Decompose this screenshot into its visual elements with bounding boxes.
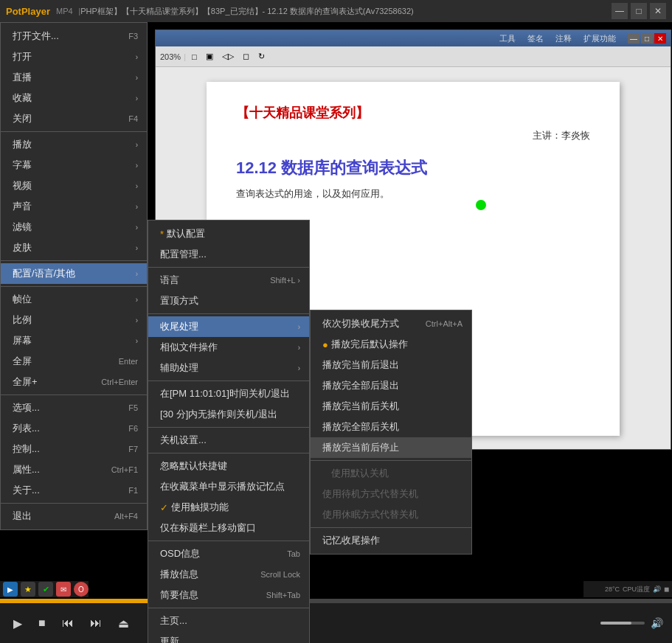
taskbar-icon-3[interactable]: ✔ <box>38 582 53 597</box>
toolbar-btn-5[interactable]: ↻ <box>255 51 268 62</box>
menu-remember-postplay[interactable]: 记忆收尾操作 <box>311 530 471 551</box>
play-button[interactable]: ▶ <box>9 615 27 632</box>
menu-cycle-postplay[interactable]: 依次切换收尾方式 Ctrl+Alt+A <box>311 313 471 334</box>
menu-filter[interactable]: 滤镜 › <box>1 217 147 237</box>
assist-label: 辅助处理 <box>160 361 198 375</box>
language-shortcut: Shift+L › <box>270 276 300 285</box>
menu-skin[interactable]: 皮肤 › <box>1 237 147 258</box>
menu-favorites[interactable]: 收藏 › <box>1 88 147 108</box>
toolbar-btn-3[interactable]: ◁▷ <box>219 51 237 62</box>
menu-screen[interactable]: 屏幕 › <box>1 330 147 351</box>
menu-ignore-shortcuts[interactable]: 忽略默认快捷键 <box>148 456 309 476</box>
menu-default-action[interactable]: ● 播放完后默认操作 <box>311 334 471 355</box>
menu-default-config[interactable]: * 默认配置 <box>148 223 309 244</box>
toolbar-sign: 签名 <box>527 33 544 44</box>
cw-close[interactable]: ✕ <box>654 33 666 44</box>
menu-language[interactable]: 语言 Shift+L › <box>148 270 309 291</box>
menu-homepage[interactable]: 主页... <box>148 611 309 631</box>
language-label: 语言 <box>160 274 179 287</box>
minimize-button[interactable]: — <box>612 3 628 19</box>
eject-button[interactable]: ⏏ <box>114 615 134 632</box>
pdf-body: 查询表达式的用途，以及如何应用。 <box>236 185 590 202</box>
toolbar-btn-4[interactable]: ◻ <box>240 51 252 62</box>
menu-props[interactable]: 属性... Ctrl+F1 <box>1 459 147 480</box>
menu-close-shortcut: F4 <box>128 114 138 123</box>
menu-shutdown-settings[interactable]: 关机设置... <box>148 430 309 451</box>
menu-use-hibernate[interactable]: 使用休眠方式代替关机 <box>311 504 471 525</box>
toolbar-btn-2[interactable]: ▣ <box>203 51 216 62</box>
menu-show-bookmarks[interactable]: 在收藏菜单中显示播放记忆点 <box>148 476 309 497</box>
menu-shutdown-after-current[interactable]: 播放完当前后关机 <box>311 396 471 417</box>
menu-use-default-shutdown[interactable]: ● 使用默认关机 <box>311 463 471 484</box>
menu-fullscreen[interactable]: 全屏 Enter <box>1 351 147 372</box>
window-close-buttons[interactable]: — □ ✕ <box>628 33 666 44</box>
menu-close[interactable]: 关闭 F4 <box>1 108 147 129</box>
window-controls: — □ ✕ <box>612 3 666 19</box>
menu-frame[interactable]: 帧位 › <box>1 289 147 310</box>
menu-options[interactable]: 选项... F5 <box>1 397 147 418</box>
menu-exit-after-all[interactable]: 播放完全部后退出 <box>311 375 471 396</box>
menu-shutdown-after-all[interactable]: 播放完全部后关机 <box>311 417 471 437</box>
menu-assist[interactable]: 辅助处理 › <box>148 358 309 378</box>
volume-bar[interactable] <box>600 622 645 625</box>
toolbar-btn-1[interactable]: □ <box>189 52 200 62</box>
prev-button[interactable]: ⏮ <box>58 615 78 631</box>
stop-button[interactable]: ■ <box>34 615 50 631</box>
menu-open[interactable]: 打开 › <box>1 46 147 67</box>
menu-update[interactable]: 更新... <box>148 631 309 643</box>
sep-2 <box>1 260 147 261</box>
menu-live[interactable]: 直播 › <box>1 67 147 88</box>
menu-topmode[interactable]: 置顶方式 <box>148 291 309 311</box>
taskbar-icon-5[interactable]: O <box>74 582 89 597</box>
taskbar-icon-4[interactable]: ✉ <box>56 582 71 597</box>
menu-open-file-shortcut: F3 <box>128 32 138 41</box>
postplay-submenu: 依次切换收尾方式 Ctrl+Alt+A ● 播放完后默认操作 播放完当前后退出 … <box>310 310 472 555</box>
taskbar-icon-2[interactable]: ★ <box>21 582 35 597</box>
menu-similar[interactable]: 相似文件操作 › <box>148 337 309 358</box>
menu-audio[interactable]: 声音 › <box>1 196 147 217</box>
content-toolbar: 203% | □ ▣ ◁▷ ◻ ↻ <box>156 46 671 67</box>
taskbar-icon-1[interactable]: ▶ <box>3 582 18 597</box>
menu-stop-after-current[interactable]: 播放完当前后停止 <box>311 437 471 458</box>
menu-control[interactable]: 控制... F7 <box>1 439 147 459</box>
pdf-author: 主讲：李炎恢 <box>236 129 590 142</box>
menu-use-standby[interactable]: 使用待机方式代替关机 <box>311 484 471 504</box>
menu-exit[interactable]: 退出 Alt+F4 <box>1 506 147 526</box>
menu-favorites-arrow: › <box>136 94 138 102</box>
menu-config[interactable]: 配置/语言/其他 › <box>1 263 147 284</box>
menu-about[interactable]: 关于... F1 <box>1 480 147 501</box>
menu-brief-info[interactable]: 简要信息 Shift+Tab <box>148 585 309 605</box>
sep-l2-3 <box>148 380 309 381</box>
menu-idle-shutdown[interactable]: [30 分]内无操作则关机/退出 <box>148 404 309 425</box>
volume-speaker-icon[interactable]: 🔊 <box>651 617 663 629</box>
menu-subtitle[interactable]: 字幕 › <box>1 155 147 175</box>
use-hibernate-label: 使用休眠方式代替关机 <box>322 508 418 521</box>
menu-schedule-shutdown[interactable]: 在[PM 11:01:01]时间关机/退出 <box>148 383 309 404</box>
menu-list[interactable]: 列表... F6 <box>1 418 147 439</box>
menu-titlebar-move[interactable]: 仅在标题栏上移动窗口 <box>148 518 309 538</box>
next-button[interactable]: ⏭ <box>86 615 106 631</box>
menu-config-label: 配置/语言/其他 <box>13 267 75 280</box>
menu-open-file[interactable]: 打开文件... F3 <box>1 26 147 46</box>
brief-info-shortcut: Shift+Tab <box>266 591 300 599</box>
pdf-red-title: 【十天精品课堂系列】 <box>236 104 590 122</box>
player-bar: ▶ ■ ⏮ ⏭ ⏏ 🔊 <box>0 599 672 643</box>
close-button[interactable]: ✕ <box>650 3 666 19</box>
menu-postplay[interactable]: 收尾处理 › <box>148 316 309 337</box>
maximize-button[interactable]: □ <box>631 3 647 19</box>
cw-minimize[interactable]: — <box>628 33 640 44</box>
menu-config-manage[interactable]: 配置管理... <box>148 244 309 265</box>
menu-ratio[interactable]: 比例 › <box>1 310 147 330</box>
menu-fullscreen-plus[interactable]: 全屏+ Ctrl+Enter <box>1 372 147 392</box>
menu-play[interactable]: 播放 › <box>1 134 147 155</box>
menu-exit-after-current[interactable]: 播放完当前后退出 <box>311 355 471 375</box>
green-indicator <box>476 200 486 210</box>
progress-bar[interactable] <box>0 599 672 603</box>
menu-touch[interactable]: ✓ 使用触摸功能 <box>148 497 309 518</box>
menu-video[interactable]: 视频 › <box>1 175 147 196</box>
content-window-titlebar: 工具 签名 注释 扩展功能 — □ ✕ <box>156 30 671 46</box>
menu-playinfo[interactable]: 播放信息 Scroll Lock <box>148 564 309 585</box>
menu-osd[interactable]: OSD信息 Tab <box>148 543 309 564</box>
cw-maximize[interactable]: □ <box>641 33 653 44</box>
menu-skin-arrow: › <box>136 244 138 252</box>
